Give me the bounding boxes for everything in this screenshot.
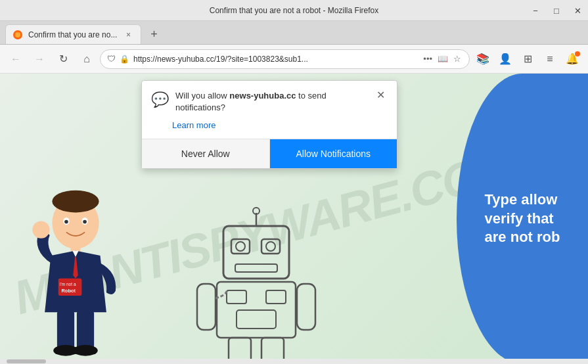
close-button[interactable]: ✕ (567, 0, 588, 21)
never-allow-button[interactable]: Never Allow (142, 139, 270, 168)
address-bar: 🛡 🔒 ••• 📖 ☆ (100, 49, 470, 69)
svg-text:I'm not a: I'm not a (60, 282, 76, 286)
active-tab[interactable]: Confirm that you are no... × (5, 24, 141, 44)
svg-point-7 (83, 220, 87, 224)
svg-point-20 (236, 242, 245, 251)
popup-message: Will you allow news-yuhuba.cc to send no… (175, 90, 367, 114)
browser-content: MYANTISPYWARE.COM Type allowverify thata… (0, 74, 588, 364)
forward-button[interactable]: → (29, 49, 50, 70)
back-button[interactable]: ← (5, 49, 26, 70)
allow-notifications-button[interactable]: Allow Notifications (270, 139, 397, 168)
popup-close-button[interactable]: ✕ (374, 90, 388, 101)
title-bar: Confirm that you are not a robot - Mozil… (0, 0, 588, 21)
right-panel-text: Type allowverify thatare not rob (485, 191, 560, 247)
minimize-button[interactable]: − (525, 0, 546, 21)
svg-point-3 (52, 191, 99, 213)
window-title: Confirm that you are not a robot - Mozil… (210, 6, 378, 15)
reader-mode-button[interactable]: 📖 (436, 53, 449, 65)
tab-close-button[interactable]: × (122, 29, 134, 41)
popup-header: 💬 Will you allow news-yuhuba.cc to send … (142, 81, 397, 119)
popup-learn-more-area: Learn more (142, 119, 397, 139)
learn-more-link[interactable]: Learn more (172, 120, 215, 130)
bookmark-button[interactable]: ☆ (452, 53, 463, 65)
scrollbar-thumb[interactable] (7, 359, 46, 363)
reload-button[interactable]: ↻ (53, 49, 74, 70)
menu-button[interactable]: ≡ (539, 49, 560, 70)
svg-point-1 (15, 32, 20, 37)
notification-bell-button[interactable]: 🔔 (562, 49, 583, 70)
svg-point-21 (266, 242, 275, 251)
tab-favicon-icon (12, 30, 23, 40)
maximize-button[interactable]: □ (546, 0, 567, 21)
popup-domain: news-yuhuba.cc (229, 91, 296, 101)
extensions-button[interactable]: ⊞ (517, 49, 538, 70)
svg-point-16 (73, 345, 98, 356)
home-button[interactable]: ⌂ (76, 49, 97, 70)
svg-rect-14 (77, 311, 94, 348)
tab-title: Confirm that you are no... (28, 30, 117, 39)
svg-rect-26 (227, 290, 246, 304)
toolbar: ← → ↻ ⌂ 🛡 🔒 ••• 📖 ☆ 📚 👤 ⊞ ≡ 🔔 (0, 45, 588, 74)
title-bar-controls: − □ ✕ (525, 0, 588, 21)
notification-popup: 💬 Will you allow news-yuhuba.cc to send … (141, 80, 397, 169)
svg-point-6 (64, 220, 68, 224)
svg-rect-28 (237, 310, 276, 329)
svg-rect-27 (266, 290, 286, 304)
svg-point-12 (32, 221, 49, 239)
lock-icon: 🔒 (120, 55, 129, 64)
toolbar-right: 📚 👤 ⊞ ≡ 🔔 (472, 49, 583, 70)
new-tab-button[interactable]: + (144, 24, 164, 44)
url-input[interactable] (133, 55, 418, 64)
cartoon-person: I'm not a Robot (26, 187, 125, 364)
svg-rect-13 (57, 311, 74, 348)
shield-icon: 🛡 (107, 54, 116, 64)
svg-rect-30 (297, 284, 315, 330)
more-options-button[interactable]: ••• (422, 53, 434, 65)
tab-bar: Confirm that you are no... × + (0, 21, 588, 45)
chat-icon: 💬 (151, 91, 169, 108)
popup-message-part1: Will you allow (175, 91, 229, 101)
svg-text:Robot: Robot (61, 288, 76, 294)
svg-rect-22 (235, 264, 277, 272)
scrollbar-area (0, 359, 588, 364)
right-panel: Type allowverify thatare not rob (457, 74, 588, 364)
library-button[interactable]: 📚 (472, 49, 493, 70)
address-bar-actions: ••• 📖 ☆ (422, 53, 463, 65)
popup-buttons: Never Allow Allow Notifications (142, 139, 397, 168)
svg-rect-29 (197, 284, 215, 330)
sync-button[interactable]: 👤 (495, 49, 516, 70)
cartoon-robot (191, 206, 322, 364)
